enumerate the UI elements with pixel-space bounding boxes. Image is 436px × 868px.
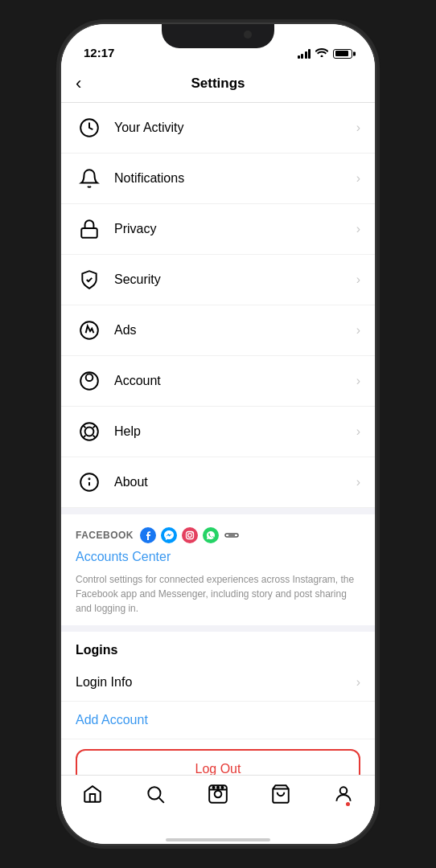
svg-point-13 [88, 478, 89, 479]
chevron-icon: › [356, 374, 360, 388]
svg-line-10 [93, 425, 96, 428]
facebook-description: Control settings for connected experienc… [76, 572, 360, 616]
home-icon [82, 784, 103, 805]
battery-icon [333, 49, 352, 59]
screen: 12:17 ‹ Settings [61, 24, 375, 844]
svg-rect-1 [81, 228, 97, 238]
sidebar-item-notifications[interactable]: Notifications › [61, 154, 375, 204]
whatsapp-icon [203, 527, 219, 543]
svg-line-8 [93, 436, 96, 438]
facebook-label: FACEBOOK [76, 530, 134, 541]
privacy-label: Privacy [114, 222, 356, 236]
svg-point-30 [221, 787, 223, 788]
sidebar-item-help[interactable]: Help › [61, 407, 375, 457]
signal-icon [298, 49, 311, 59]
logout-button[interactable]: Log Out [76, 749, 360, 775]
camera [244, 31, 252, 39]
section-separator [61, 508, 375, 514]
notch [162, 24, 274, 48]
messenger-icon [161, 527, 177, 543]
account-icon [76, 367, 103, 395]
nav-home[interactable] [61, 784, 124, 805]
chevron-icon: › [356, 171, 360, 186]
chevron-icon: › [356, 323, 360, 338]
accounts-center-link[interactable]: Accounts Center [76, 550, 360, 564]
logout-container: Log Out [61, 739, 375, 775]
add-account-link[interactable]: Add Account [61, 702, 375, 739]
search-icon [145, 784, 166, 805]
svg-point-3 [86, 374, 93, 381]
notifications-label: Notifications [114, 171, 356, 186]
nav-reels[interactable] [187, 784, 249, 805]
sidebar-item-security[interactable]: Security › [61, 255, 375, 305]
sidebar-item-your-activity[interactable]: Your Activity › [61, 103, 375, 154]
nav-profile[interactable] [312, 784, 375, 805]
account-label: Account [114, 374, 356, 388]
sidebar-item-ads[interactable]: Ads › [61, 305, 375, 356]
ads-icon [76, 317, 103, 344]
sidebar-item-account[interactable]: Account › [61, 356, 375, 407]
svg-point-23 [148, 787, 160, 799]
profile-notification-dot [346, 802, 350, 806]
activity-icon [76, 114, 103, 141]
nav-search[interactable] [124, 784, 187, 805]
your-activity-label: Your Activity [114, 121, 356, 135]
svg-line-7 [83, 425, 85, 428]
section-separator-2 [61, 625, 375, 632]
instagram-icon [182, 527, 198, 543]
svg-point-26 [215, 791, 222, 798]
chevron-icon: › [356, 424, 360, 439]
chevron-icon: › [356, 675, 360, 690]
svg-point-20 [191, 532, 192, 533]
svg-line-24 [159, 798, 164, 803]
home-indicator [61, 839, 375, 844]
svg-point-29 [217, 787, 219, 788]
logins-header: Logins [61, 632, 375, 664]
svg-point-16 [161, 527, 177, 543]
about-label: About [114, 475, 356, 489]
ads-label: Ads [114, 323, 356, 338]
svg-point-17 [182, 527, 198, 543]
wifi-icon [315, 47, 328, 59]
home-indicator-bar [166, 838, 270, 841]
help-icon [76, 418, 103, 445]
link-icon [224, 527, 240, 543]
svg-line-9 [83, 436, 85, 438]
login-info-item[interactable]: Login Info › [61, 664, 375, 702]
shop-icon [270, 784, 291, 805]
settings-list: Your Activity › Notifications › [61, 103, 375, 508]
nav-shop[interactable] [249, 784, 312, 805]
facebook-section: FACEBOOK [61, 514, 375, 625]
sidebar-item-about[interactable]: About › [61, 457, 375, 508]
security-label: Security [114, 272, 356, 287]
chevron-icon: › [356, 272, 360, 287]
help-label: Help [114, 424, 356, 439]
chevron-icon: › [356, 475, 360, 489]
phone-frame: 12:17 ‹ Settings [61, 24, 375, 844]
svg-point-6 [85, 428, 94, 436]
sidebar-item-privacy[interactable]: Privacy › [61, 204, 375, 255]
status-time: 12:17 [84, 46, 114, 59]
facebook-brand-icons [140, 527, 240, 543]
svg-point-32 [340, 787, 348, 794]
back-button[interactable]: ‹ [76, 73, 81, 94]
profile-icon [333, 784, 354, 805]
info-icon [76, 469, 103, 496]
facebook-icon [140, 527, 156, 543]
bell-icon [76, 165, 103, 192]
chevron-icon: › [356, 121, 360, 135]
status-icons [298, 47, 353, 59]
login-info-label: Login Info [76, 675, 356, 690]
lock-icon [76, 215, 103, 243]
reels-icon [208, 784, 228, 805]
page-title: Settings [191, 76, 245, 92]
content: Your Activity › Notifications › [61, 103, 375, 775]
header: ‹ Settings [61, 64, 375, 103]
svg-point-28 [213, 787, 215, 788]
logins-section: Logins Login Info › Add Account Log Out [61, 632, 375, 775]
chevron-icon: › [356, 222, 360, 236]
bottom-nav [61, 775, 375, 839]
facebook-header: FACEBOOK [76, 527, 360, 543]
shield-icon [76, 266, 103, 293]
